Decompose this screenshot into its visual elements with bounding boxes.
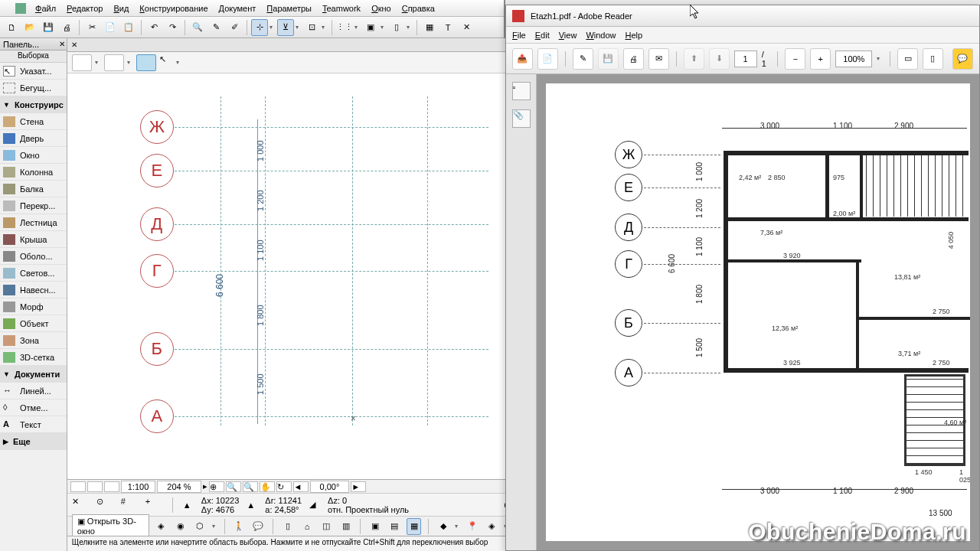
save-icon[interactable]: 💾 <box>40 19 57 36</box>
menu-document[interactable]: Документ <box>214 2 261 15</box>
construct-group[interactable]: ▼Конструирс <box>0 96 67 113</box>
chat-icon[interactable]: 💬 <box>251 518 266 535</box>
zoomin-icon[interactable]: 🔍 <box>226 481 241 492</box>
rmenu-file[interactable]: File <box>512 31 526 40</box>
menu-file[interactable]: Файл <box>31 2 60 15</box>
new-icon[interactable]: 🗋 <box>3 19 20 36</box>
tool-window[interactable]: Окно <box>0 147 67 164</box>
rmenu-view[interactable]: View <box>559 31 577 40</box>
menu-teamwork[interactable]: Teamwork <box>318 2 365 15</box>
n5-icon[interactable]: ▣ <box>368 518 382 535</box>
geom2-icon[interactable] <box>104 54 124 71</box>
next-icon[interactable]: ► <box>351 481 366 492</box>
tool-wall[interactable]: Стена <box>0 113 67 130</box>
reader-titlebar[interactable]: Etazh1.pdf - Adobe Reader <box>506 5 979 27</box>
more-group[interactable]: ▶Еще <box>0 433 67 450</box>
tool-morph[interactable]: Морф <box>0 298 67 315</box>
tool-roof[interactable]: Крыша <box>0 231 67 248</box>
close-icon[interactable]: ✕ <box>458 19 475 36</box>
n9-icon[interactable]: 📍 <box>465 518 479 535</box>
paste-icon[interactable]: 📋 <box>120 19 137 36</box>
prev-icon[interactable]: ◄ <box>293 481 309 492</box>
xy-icon[interactable]: ✕ <box>72 497 89 514</box>
print-icon[interactable]: 🖨 <box>58 19 75 36</box>
n8-icon[interactable]: ◆ <box>436 518 450 535</box>
tool-stair[interactable]: Лестница <box>0 214 67 231</box>
mail-icon[interactable]: ✉ <box>648 48 669 70</box>
fitwidth-icon[interactable]: ▯ <box>923 48 943 70</box>
document-group[interactable]: ▼Документи <box>0 366 67 383</box>
walk-icon[interactable]: 🚶 <box>231 518 246 535</box>
undo-icon[interactable]: ↶ <box>145 19 162 36</box>
n2-icon[interactable]: ⌂ <box>299 518 314 535</box>
marquee-tool[interactable]: Бегущ... <box>0 80 67 96</box>
panel-close-icon[interactable]: ✕ <box>59 40 65 48</box>
redo-icon[interactable]: ↷ <box>164 19 181 36</box>
cut-icon[interactable]: ✂ <box>83 19 100 36</box>
pan-icon[interactable]: ✋ <box>260 481 275 492</box>
n6-icon[interactable]: ▤ <box>387 518 402 535</box>
angle-field[interactable]: 0,00° <box>310 481 350 493</box>
pen-icon[interactable]: ✎ <box>207 19 224 36</box>
filter-icon[interactable]: ▯ <box>388 19 405 36</box>
origin-icon[interactable]: ⊙ <box>96 497 113 514</box>
zoom-field[interactable]: 204 % <box>157 481 201 493</box>
n10-icon[interactable]: ◈ <box>485 518 499 535</box>
tool-mesh[interactable]: 3D-сетка <box>0 349 67 366</box>
zoom-icon[interactable]: 🔍 <box>189 19 206 36</box>
snap1-icon[interactable]: ⊹ <box>251 19 268 36</box>
zoomout2-icon[interactable]: − <box>785 48 805 70</box>
copy-icon[interactable]: 📄 <box>102 19 119 36</box>
print2-icon[interactable]: 🖨 <box>623 48 644 70</box>
rmenu-window[interactable]: Window <box>586 31 616 40</box>
menu-view[interactable]: Вид <box>109 2 133 15</box>
pointer-tool[interactable]: ↖Указат... <box>0 63 67 80</box>
menu-edit[interactable]: Редактор <box>62 2 107 15</box>
open-3d-button[interactable]: ▣ Открыть 3D-окно <box>72 514 149 538</box>
drawing-canvas[interactable]: Ж Е Д Г Б А 1 000 1 200 1 100 1 800 1 50… <box>67 73 514 479</box>
3d-icon[interactable]: ▦ <box>421 19 438 36</box>
tool-level[interactable]: ◊Отме... <box>0 399 67 416</box>
tool-dimline[interactable]: ↔Линей... <box>0 383 67 399</box>
fitpage-icon[interactable]: ▭ <box>897 48 918 70</box>
tool-zone[interactable]: Зона <box>0 332 67 349</box>
bb1-icon[interactable] <box>70 481 86 492</box>
snap2-icon[interactable]: ⊻ <box>277 19 294 36</box>
a3-icon[interactable]: ⬡ <box>192 518 207 535</box>
tool-shell[interactable]: Оболо... <box>0 248 67 265</box>
menu-help[interactable]: Справка <box>397 2 439 15</box>
export-icon[interactable]: 📤 <box>512 48 533 70</box>
menu-design[interactable]: Конструирование <box>135 2 212 15</box>
orbit-icon[interactable]: ↻ <box>276 481 292 492</box>
menu-options[interactable]: Параметры <box>262 2 316 15</box>
scale-field[interactable]: 1:100 <box>121 481 156 493</box>
thumbnails-icon[interactable]: ▫ <box>512 82 531 100</box>
tool-column[interactable]: Колонна <box>0 164 67 181</box>
grid2-icon[interactable]: # <box>121 497 138 514</box>
prev-page-icon[interactable]: ⬆ <box>684 48 704 70</box>
tool-curtain[interactable]: Навесн... <box>0 282 67 298</box>
tool-skylight[interactable]: Светов... <box>0 265 67 282</box>
tool-door[interactable]: Дверь <box>0 130 67 147</box>
cursor-icon[interactable]: ↖ <box>159 54 173 71</box>
tool-text[interactable]: AТекст <box>0 416 67 433</box>
sign-icon[interactable]: ✎ <box>573 48 593 70</box>
create-icon[interactable]: 📄 <box>537 48 558 70</box>
a1-icon[interactable]: ◈ <box>154 518 168 535</box>
next-page-icon[interactable]: ⬇ <box>709 48 730 70</box>
snap3-icon[interactable]: ⊡ <box>303 19 320 36</box>
comment-icon[interactable]: 💬 <box>952 48 973 70</box>
save2-icon[interactable]: 💾 <box>598 48 619 70</box>
a2-icon[interactable]: ◉ <box>173 518 188 535</box>
tool-beam[interactable]: Балка <box>0 181 67 197</box>
n1-icon[interactable]: ▯ <box>280 518 295 535</box>
text-icon[interactable]: T <box>439 19 456 36</box>
geom3-icon[interactable] <box>136 54 156 71</box>
tool-object[interactable]: Объект <box>0 315 67 332</box>
attachments-icon[interactable]: 📎 <box>512 109 531 128</box>
zoomfit-icon[interactable]: ⊕ <box>209 481 224 492</box>
picker-icon[interactable]: ✐ <box>226 19 243 36</box>
n4-icon[interactable]: ▥ <box>338 518 353 535</box>
n3-icon[interactable]: ◫ <box>319 518 334 535</box>
rmenu-edit[interactable]: Edit <box>535 31 550 40</box>
